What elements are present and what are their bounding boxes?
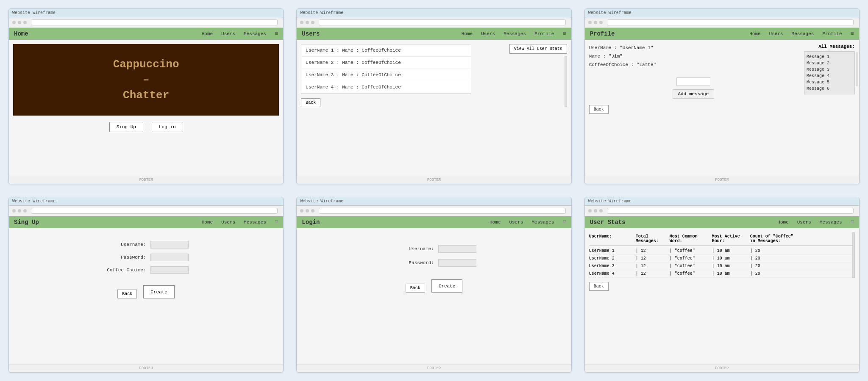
stats-cell-hour: | 10 am (712, 271, 750, 276)
users-nav-link-users[interactable]: Users (481, 31, 495, 36)
signup-back-button[interactable]: Back (117, 290, 137, 298)
users-nav-link-messages[interactable]: Messages (504, 31, 526, 36)
home-nav-title: Home (14, 30, 28, 37)
userstats-scrollbar[interactable] (852, 232, 855, 278)
signup-dot-2 (18, 209, 21, 213)
signup-nav-bar: Sing Up Home Users Messages ≡ (9, 216, 283, 228)
message-input-box[interactable] (676, 77, 710, 86)
all-messages-label: All Messages: (804, 44, 855, 49)
home-nav-link-messages[interactable]: Messages (244, 31, 266, 36)
message-item: Message 3 (807, 66, 852, 73)
message-item: Message 4 (807, 73, 852, 79)
userstats-footer: FOOTER (585, 364, 859, 372)
users-nav-link-home[interactable]: Home (462, 31, 473, 36)
userstats-browser-chrome (585, 206, 859, 216)
stats-cell-word: | "coffee" (670, 264, 712, 268)
users-dot-3 (311, 21, 314, 24)
home-nav-menu-icon[interactable]: ≡ (275, 30, 278, 37)
signup-window-title: Website Wireframe (12, 199, 56, 204)
stats-data-row: UserName 3 | 12 | "coffee" | 10 am | 20 (589, 262, 855, 270)
list-item[interactable]: UserName 3 : Name : CoffeeOfChoice (301, 69, 470, 81)
userstats-title-bar: Website Wireframe (585, 197, 859, 206)
signup-username-label: Username: (104, 242, 146, 247)
users-sidebar: View All User Stats (509, 44, 567, 107)
list-item[interactable]: UserName 2 : Name : CoffeeOfChoice (301, 57, 470, 69)
profile-scrollbar[interactable] (856, 52, 858, 86)
login-create-button[interactable]: Create (431, 279, 463, 293)
login-nav-menu-icon[interactable]: ≡ (562, 219, 566, 226)
login-password-input[interactable] (438, 259, 476, 267)
userstats-nav-link-messages[interactable]: Messages (820, 220, 842, 225)
userstats-nav-link-users[interactable]: Users (797, 220, 811, 225)
stats-cell-count: | 20 (750, 248, 797, 253)
userstats-nav-title: User Stats (590, 219, 626, 226)
add-message-button[interactable]: Add message (673, 89, 715, 99)
signup-button[interactable]: Sing Up (109, 122, 143, 132)
profile-back-button[interactable]: Back (589, 105, 609, 114)
stats-cell-total: | 12 (636, 264, 670, 268)
list-item[interactable]: UserName 1 : Name : CoffeeOfChoice (301, 44, 470, 57)
profile-info: UserName : "UserName 1" Name : "Jim" Cof… (589, 44, 798, 69)
signup-nav-link-users[interactable]: Users (221, 220, 235, 225)
home-nav-link-users[interactable]: Users (221, 31, 235, 36)
users-nav-bar: Users Home Users Messages Profile ≡ (297, 28, 571, 40)
users-nav-link-profile[interactable]: Profile (534, 31, 554, 36)
users-window: Website Wireframe Users Home Users Messa… (296, 8, 571, 184)
login-form: Username: Password: Back Create (301, 232, 567, 305)
view-stats-button[interactable]: View All User Stats (509, 44, 567, 54)
profile-window-title: Website Wireframe (588, 11, 632, 15)
profile-dot-2 (594, 21, 597, 24)
userstats-back-button[interactable]: Back (589, 282, 609, 291)
profile-nav-link-users[interactable]: Users (769, 31, 783, 36)
login-username-row: Username: (392, 245, 476, 253)
login-form-buttons: Back Create (406, 279, 463, 293)
signup-footer: FOOTER (9, 364, 283, 372)
signup-create-button[interactable]: Create (143, 285, 175, 298)
message-item: Message 5 (807, 79, 852, 86)
userstats-dot-3 (599, 209, 603, 213)
stats-cell-username: UserName 2 (589, 256, 636, 261)
profile-name: Name : "Jim" (589, 52, 798, 61)
userstats-nav-link-home[interactable]: Home (777, 220, 788, 225)
login-window-title: Website Wireframe (300, 199, 343, 204)
login-username-input[interactable] (438, 245, 476, 253)
signup-address-bar (31, 208, 278, 214)
signup-nav-link-messages[interactable]: Messages (244, 220, 266, 225)
login-nav-link-messages[interactable]: Messages (531, 220, 554, 225)
login-address-bar (319, 208, 565, 214)
profile-nav-link-messages[interactable]: Messages (792, 31, 814, 36)
login-back-button[interactable]: Back (406, 284, 425, 293)
profile-nav-menu-icon[interactable]: ≡ (851, 30, 854, 37)
signup-coffee-input[interactable] (150, 266, 189, 274)
users-nav-menu-icon[interactable]: ≡ (562, 30, 566, 37)
users-back-button[interactable]: Back (301, 98, 320, 107)
signup-nav-link-home[interactable]: Home (202, 220, 213, 225)
login-title-bar: Website Wireframe (297, 197, 571, 206)
home-hero-line2: Chatter (123, 89, 169, 102)
signup-nav-menu-icon[interactable]: ≡ (275, 219, 278, 226)
home-address-bar (31, 19, 278, 25)
home-nav-link-home[interactable]: Home (202, 31, 213, 36)
login-nav-link-home[interactable]: Home (490, 220, 501, 225)
signup-password-input[interactable] (150, 254, 189, 261)
home-page-content: Cappuccino – Chatter Sing Up Log in (9, 40, 283, 176)
home-browser-chrome (9, 17, 283, 28)
login-nav-links: Home Users Messages ≡ (490, 219, 566, 226)
stats-data-row: UserName 4 | 12 | "coffee" | 10 am | 20 (589, 270, 855, 278)
login-nav-link-users[interactable]: Users (509, 220, 523, 225)
userstats-nav-menu-icon[interactable]: ≡ (851, 219, 854, 226)
profile-nav-link-home[interactable]: Home (749, 31, 760, 36)
stats-cell-total: | 12 (636, 248, 670, 253)
signup-username-input[interactable] (150, 241, 189, 248)
userstats-window: Website Wireframe User Stats Home Users … (584, 197, 860, 373)
home-buttons: Sing Up Log in (13, 122, 279, 132)
login-button[interactable]: Log in (152, 122, 183, 132)
message-item: Message 6 (807, 86, 852, 92)
users-scrollbar[interactable] (565, 56, 567, 107)
users-dot-2 (306, 21, 309, 24)
message-item: Message 2 (807, 60, 852, 66)
users-title-bar: Website Wireframe (297, 9, 571, 17)
list-item[interactable]: UserName 4 : Name : CoffeeOfChoice (301, 81, 470, 94)
signup-page-content: Username: Password: Coffee Choice: Back … (9, 228, 283, 364)
profile-nav-link-profile[interactable]: Profile (822, 31, 842, 36)
